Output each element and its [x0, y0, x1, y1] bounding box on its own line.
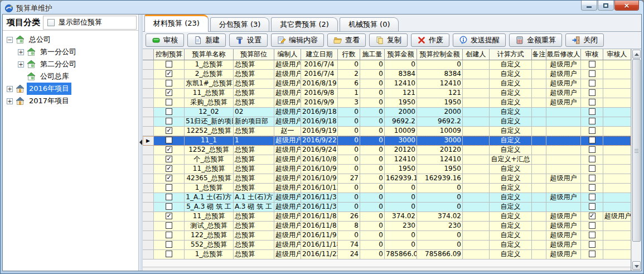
cell-ctrl[interactable] — [154, 155, 185, 165]
cell-calc[interactable]: 自定义 — [490, 117, 532, 127]
column-header-name[interactable]: 预算单名称 — [185, 49, 234, 60]
cell-date[interactable]: 2016/11/9 — [301, 231, 338, 241]
cell-creator[interactable] — [463, 127, 490, 136]
cell-part[interactable]: 总预算 — [234, 70, 274, 79]
cell-ctrl_amount[interactable]: 0 — [417, 231, 463, 241]
cell-auditor[interactable] — [603, 127, 631, 136]
cell-editor[interactable]: 超级用户 — [274, 203, 301, 212]
cell-date[interactable]: 2016/11/3 — [301, 193, 338, 203]
cell-date[interactable]: 2016/9/18 — [301, 108, 338, 117]
cell-modifier[interactable]: 超级用户 — [546, 222, 581, 231]
cell-part[interactable]: 总预算 — [234, 212, 274, 222]
tab-1[interactable]: 材料预算 (23) — [144, 15, 209, 32]
cell-editor[interactable]: 超级用户 — [274, 250, 301, 259]
cell-part[interactable]: 02 — [234, 108, 274, 117]
cell-modifier[interactable]: 超级用户 — [546, 231, 581, 241]
cell-amount[interactable]: 0 — [385, 241, 417, 250]
cell-name[interactable]: 12252_总预算 — [185, 127, 234, 136]
cell-ctrl_amount[interactable]: 785866.09 — [417, 250, 463, 259]
cell-creator[interactable] — [463, 108, 490, 117]
column-header-date[interactable]: 建立日期 — [301, 49, 338, 60]
cell-calc[interactable]: 自定义 — [490, 79, 532, 89]
cell-amount[interactable]: 12410 — [385, 79, 417, 89]
audit-checkbox[interactable] — [589, 241, 595, 248]
cell-note[interactable] — [532, 60, 546, 70]
cell-creator[interactable] — [463, 146, 490, 155]
cell-qty[interactable]: 0 — [360, 108, 385, 117]
cell-lines[interactable]: 0 — [338, 155, 360, 165]
column-header-ctrl_amount[interactable]: 预算控制金额 — [417, 49, 463, 60]
cell-modifier[interactable]: 超级用户 — [546, 70, 581, 79]
cell-qty[interactable]: 0 — [360, 89, 385, 98]
cell-audit[interactable] — [581, 136, 603, 146]
cell-editor[interactable]: 超级用户 — [274, 174, 301, 184]
table-row-20[interactable]: 552_总预算总预算超级用户2016/11/1874000自定义超级用户 — [143, 241, 631, 250]
cell-date[interactable]: 2016/10/9 — [301, 174, 338, 184]
table-row-8[interactable]: 12252_总预算总预算赵一2016/9/19001000910009自定义 — [143, 127, 631, 136]
cell-audit[interactable] — [581, 174, 603, 184]
expand-expander-icon[interactable]: + — [7, 86, 13, 92]
cell-auditor[interactable] — [603, 98, 631, 108]
cell-note[interactable] — [532, 98, 546, 108]
table-row-15[interactable]: 1_A.1 土(石)方A.1 土(石)方超级用户2016/11/30000自定义… — [143, 193, 631, 203]
cell-modifier[interactable]: 超级用户 — [546, 241, 581, 250]
cell-creator[interactable] — [463, 155, 490, 165]
cell-note[interactable] — [532, 108, 546, 117]
cell-auditor[interactable] — [603, 79, 631, 89]
cell-auditor[interactable] — [603, 241, 631, 250]
cell-lines[interactable]: 1 — [338, 89, 360, 98]
cell-editor[interactable]: 超级用户 — [274, 79, 301, 89]
cell-auditor[interactable] — [603, 60, 631, 70]
cell-auditor[interactable] — [603, 70, 631, 79]
show-unit-budget-checkbox[interactable] — [47, 19, 55, 26]
cell-editor[interactable]: 超级用户 — [274, 117, 301, 127]
cell-name[interactable]: 552_总预算 — [185, 241, 234, 250]
expand-expander-icon[interactable]: + — [18, 61, 24, 68]
audit-checkbox[interactable] — [589, 194, 595, 200]
cell-ctrl[interactable] — [154, 60, 185, 70]
cell-ctrl_amount[interactable]: 0 — [417, 60, 463, 70]
cell-part[interactable]: 总预算 — [234, 79, 274, 89]
cell-qty[interactable]: 0 — [360, 212, 385, 222]
cell-modifier[interactable]: 超级用户 — [546, 60, 581, 70]
ctrl-checkbox[interactable] — [166, 70, 172, 77]
cell-editor[interactable]: 超级用户 — [274, 222, 301, 231]
cell-part[interactable]: 总预算 — [234, 174, 274, 184]
recalc-button[interactable]: 金额重算 — [509, 33, 562, 47]
cell-creator[interactable] — [463, 136, 490, 146]
cell-date[interactable]: 2016/11/22 — [301, 250, 338, 259]
cell-ctrl_amount[interactable]: 9692.2 — [417, 117, 463, 127]
ctrl-checkbox[interactable] — [166, 146, 172, 153]
cell-modifier[interactable]: 超级用户 — [546, 250, 581, 259]
cell-date[interactable]: 2016/9/22 — [301, 136, 338, 146]
tab-2[interactable]: 分包预算 (3) — [210, 17, 270, 31]
table-row-17[interactable]: 11_总预算总预算超级用户2016/11/8260374.02374.02自定义… — [143, 212, 631, 222]
cell-calc[interactable]: 自定义 — [490, 250, 532, 259]
table-row-12[interactable]: 11_总预算总预算超级用户2016/10/90019501950自定义 — [143, 165, 631, 174]
cell-audit[interactable] — [581, 250, 603, 259]
cell-lines[interactable]: 6 — [338, 79, 360, 89]
ctrl-checkbox[interactable] — [166, 222, 172, 229]
cell-name[interactable]: 51归还_新的项目 — [185, 117, 234, 127]
cell-creator[interactable] — [463, 60, 490, 70]
cell-audit[interactable] — [581, 231, 603, 241]
audit-checkbox[interactable] — [589, 108, 595, 115]
ctrl-checkbox[interactable] — [166, 194, 172, 200]
cell-calc[interactable]: 自定义 — [490, 241, 532, 250]
cell-note[interactable] — [532, 203, 546, 212]
cell-creator[interactable] — [463, 98, 490, 108]
cell-modifier[interactable] — [546, 108, 581, 117]
cell-note[interactable] — [532, 231, 546, 241]
cell-amount[interactable]: 1950 — [385, 165, 417, 174]
cell-auditor[interactable] — [603, 203, 631, 212]
cell-part[interactable]: 总预算 — [234, 250, 274, 259]
cell-audit[interactable] — [581, 146, 603, 155]
cell-amount[interactable]: 3000 — [385, 136, 417, 146]
cell-name[interactable]: 1_A.1 土(石)方 — [185, 193, 234, 203]
cell-name[interactable]: 个_总预算 — [185, 155, 234, 165]
cell-note[interactable] — [532, 212, 546, 222]
cell-name[interactable]: 12_02 — [185, 108, 234, 117]
cell-lines[interactable]: 0 — [338, 165, 360, 174]
copy-button[interactable]: 复制 — [369, 33, 408, 47]
tree-item-1[interactable]: −总公司 — [3, 33, 138, 46]
